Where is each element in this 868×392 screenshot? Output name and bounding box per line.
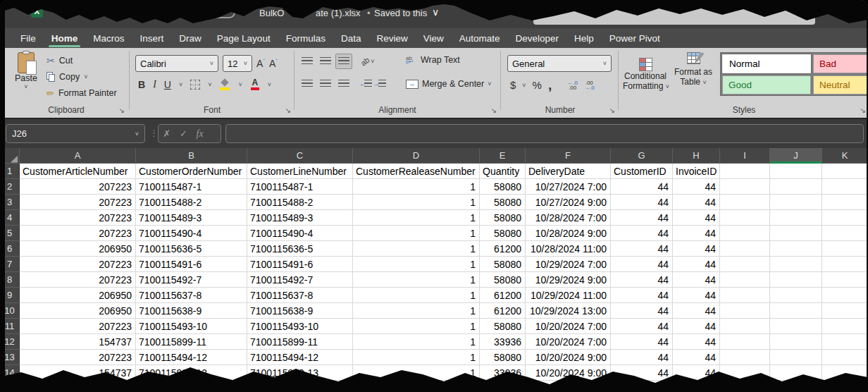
paste-button[interactable]: Paste ˅ <box>10 52 42 106</box>
cell-J10[interactable] <box>770 303 822 319</box>
column-header-H[interactable]: H <box>673 148 720 164</box>
cell-H12[interactable]: 44 <box>673 334 720 350</box>
cell-F4[interactable]: 10/28/2024 7:00 <box>526 210 611 226</box>
cell-B1[interactable]: CustomerOrderNumber <box>136 164 247 179</box>
conditional-formatting-button[interactable]: Conditional Formatting ˅ <box>623 52 668 91</box>
cell-B8[interactable]: 7100115492-7 <box>136 272 247 288</box>
cell-B14[interactable]: 7100115900-13 <box>136 365 247 381</box>
cell-D7[interactable]: 1 <box>353 257 480 272</box>
cell-A4[interactable]: 207223 <box>20 210 136 226</box>
tab-draw[interactable]: Draw <box>171 28 209 48</box>
decrease-indent-button[interactable]: ← <box>359 80 372 88</box>
merge-center-button[interactable]: ↔ Merge & Center ˅ <box>406 79 492 89</box>
column-header-B[interactable]: B <box>136 148 247 164</box>
cell-K5[interactable] <box>822 226 868 241</box>
cell-B7[interactable]: 7100115491-6 <box>136 257 247 272</box>
styles-dialog-launcher[interactable]: ↘ <box>860 106 866 114</box>
cell-G11[interactable]: 44 <box>611 319 673 334</box>
align-bottom-button[interactable] <box>335 54 352 69</box>
tab-file[interactable]: File <box>13 28 44 48</box>
tab-insert[interactable]: Insert <box>132 28 172 48</box>
cell-K4[interactable] <box>822 210 868 226</box>
italic-button[interactable]: I <box>153 79 156 90</box>
cell-F7[interactable]: 10/29/2024 7:00 <box>526 257 611 272</box>
cell-E5[interactable]: 58080 <box>480 226 526 241</box>
increase-decimal-button[interactable]: ←.0.00 <box>567 80 578 90</box>
column-header-I[interactable]: I <box>720 148 770 164</box>
cell-F6[interactable]: 10/28/2024 11:00 <box>526 241 611 257</box>
cell-F10[interactable]: 10/29/2024 13:00 <box>526 303 611 319</box>
cell-G6[interactable]: 44 <box>611 241 673 257</box>
cell-C11[interactable]: 7100115493-10 <box>247 319 353 334</box>
cell-D1[interactable]: CustomerRealeaseNumber <box>353 164 480 179</box>
cell-E2[interactable]: 58080 <box>480 179 526 195</box>
cell-A13[interactable]: 207223 <box>20 350 136 365</box>
cell-A5[interactable]: 207223 <box>20 226 136 241</box>
cell-I5[interactable] <box>720 226 770 241</box>
percent-style-button[interactable]: % <box>533 79 542 91</box>
cell-I3[interactable] <box>720 195 770 210</box>
cell-J3[interactable] <box>770 195 822 210</box>
cell-I14[interactable] <box>720 365 770 381</box>
tab-help[interactable]: Help <box>566 28 602 48</box>
orientation-button[interactable]: ab <box>359 56 371 68</box>
format-painter-button[interactable]: ✏ Format Painter <box>46 86 117 100</box>
cell-H13[interactable]: 44 <box>673 350 720 365</box>
cell-B4[interactable]: 7100115489-3 <box>136 210 247 226</box>
cell-I2[interactable] <box>720 179 770 195</box>
cell-I9[interactable] <box>720 288 770 303</box>
cell-G3[interactable]: 44 <box>611 195 673 210</box>
cell-A1[interactable]: CustomerArticleNumber <box>20 164 136 179</box>
column-header-D[interactable]: D <box>353 148 480 164</box>
cell-E7[interactable]: 58080 <box>480 257 526 272</box>
cell-J2[interactable] <box>770 179 822 195</box>
align-left-button[interactable] <box>299 76 316 92</box>
decrease-decimal-button[interactable]: .00→.0 <box>584 80 595 90</box>
cell-A10[interactable]: 206950 <box>20 303 136 319</box>
cell-D13[interactable]: 1 <box>353 350 480 365</box>
cell-I7[interactable] <box>720 257 770 272</box>
cell-J12[interactable] <box>770 334 822 350</box>
cell-H1[interactable]: InvoiceID <box>673 164 720 179</box>
search-box[interactable] <box>533 6 815 25</box>
cell-B13[interactable]: 7100115494-12 <box>136 350 247 365</box>
column-header-C[interactable]: C <box>247 148 353 164</box>
cell-D3[interactable]: 1 <box>353 195 480 210</box>
cell-G13[interactable]: 44 <box>611 350 673 365</box>
column-header-F[interactable]: F <box>526 148 611 164</box>
cell-C14[interactable]: 7100115900-13 <box>247 365 353 381</box>
cell-E12[interactable]: 33936 <box>480 334 526 350</box>
cell-D2[interactable]: 1 <box>353 179 480 195</box>
cell-B3[interactable]: 7100115488-2 <box>136 195 247 210</box>
cell-K10[interactable] <box>822 303 868 319</box>
cell-G12[interactable]: 44 <box>611 334 673 350</box>
cell-C1[interactable]: CustomerLineNumber <box>247 164 353 179</box>
cell-I1[interactable] <box>720 164 770 179</box>
cell-H14[interactable]: 44 <box>673 365 720 381</box>
cell-K14[interactable] <box>822 365 868 381</box>
tab-page-layout[interactable]: Page Layout <box>209 28 278 48</box>
cell-G5[interactable]: 44 <box>611 226 673 241</box>
cell-G4[interactable]: 44 <box>611 210 673 226</box>
accounting-format-button[interactable]: $ <box>510 79 516 91</box>
tab-macros[interactable]: Macros <box>85 28 132 48</box>
excel-app-icon[interactable]: X <box>31 6 43 18</box>
cell-K11[interactable] <box>822 319 868 334</box>
cell-K13[interactable] <box>822 350 868 365</box>
cell-E11[interactable]: 58080 <box>480 319 526 334</box>
cell-H3[interactable]: 44 <box>673 195 720 210</box>
cell-F14[interactable]: 10/20/2024 9:00 <box>526 365 611 381</box>
borders-button[interactable] <box>190 80 200 90</box>
insert-function-icon[interactable]: fx <box>197 128 204 140</box>
tab-power-pivot[interactable]: Power Pivot <box>602 28 668 48</box>
column-header-A[interactable]: A <box>20 148 136 164</box>
cell-E3[interactable]: 58080 <box>480 195 526 210</box>
tab-developer[interactable]: Developer <box>508 28 567 48</box>
cell-G8[interactable]: 44 <box>611 272 673 288</box>
style-chip-normal[interactable]: Normal <box>722 54 811 73</box>
cell-H10[interactable]: 44 <box>673 303 720 319</box>
font-family-select[interactable]: Calibri ˅ <box>135 55 218 72</box>
cell-C4[interactable]: 7100115489-3 <box>247 210 353 226</box>
cell-J4[interactable] <box>770 210 822 226</box>
align-center-button[interactable] <box>317 76 334 92</box>
